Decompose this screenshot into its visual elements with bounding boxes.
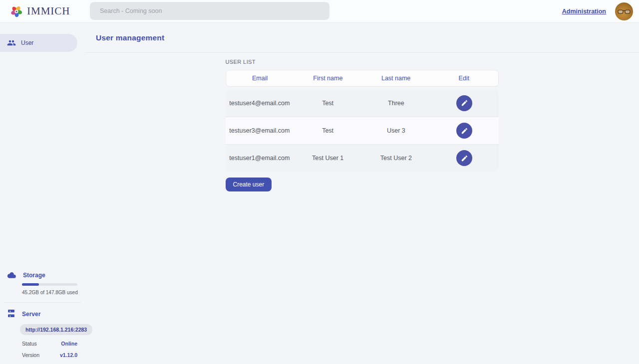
cloud-icon xyxy=(7,270,16,280)
edit-user-button[interactable] xyxy=(456,95,472,111)
page-title: User management xyxy=(96,33,164,42)
table-row: testuser4@email.com Test Three xyxy=(226,89,499,117)
cell-first-name: Test xyxy=(294,100,362,107)
storage-progress-bar xyxy=(22,283,77,286)
server-section-header: Server xyxy=(0,310,85,318)
user-table-header: Email First name Last name Edit xyxy=(226,70,499,87)
cell-last-name: Test User 2 xyxy=(362,155,430,162)
immich-logo[interactable]: IMMICH xyxy=(0,5,70,18)
sidebar-item-user[interactable]: User xyxy=(0,34,77,52)
column-header-edit: Edit xyxy=(430,75,498,82)
status-value: Online xyxy=(61,341,77,347)
storage-title: Storage xyxy=(23,272,45,279)
pencil-icon xyxy=(461,127,468,135)
storage-usage-text: 45.2GB of 147.8GB used xyxy=(22,290,85,295)
sidebar-item-label: User xyxy=(21,39,33,46)
version-value: v1.12.0 xyxy=(60,352,77,358)
column-header-first-name: First name xyxy=(294,75,362,82)
page-title-bar: User management xyxy=(85,23,639,53)
search-bar[interactable] xyxy=(90,2,329,20)
storage-section-header: Storage xyxy=(0,270,85,280)
cell-first-name: Test xyxy=(294,127,362,134)
edit-user-button[interactable] xyxy=(456,150,472,166)
cell-last-name: Three xyxy=(362,100,430,107)
table-row: testuser1@email.com Test User 1 Test Use… xyxy=(226,144,499,172)
server-icon xyxy=(7,310,15,318)
cell-email: testuser4@email.com xyxy=(226,100,294,107)
pencil-icon xyxy=(461,99,468,107)
cell-first-name: Test User 1 xyxy=(294,155,362,162)
user-table: testuser4@email.com Test Three testuser3… xyxy=(226,89,499,172)
logo-wordmark: IMMICH xyxy=(27,5,70,17)
column-header-email: Email xyxy=(226,75,294,82)
edit-user-button[interactable] xyxy=(456,123,472,139)
cell-email: testuser3@email.com xyxy=(226,127,294,134)
cell-email: testuser1@email.com xyxy=(226,155,294,162)
table-row: testuser3@email.com Test User 3 xyxy=(226,117,499,144)
sidebar: User Storage 45.2GB of 147.8GB used xyxy=(0,23,85,364)
pencil-icon xyxy=(461,155,468,162)
user-list-label: USER LIST xyxy=(226,59,499,65)
cell-last-name: User 3 xyxy=(362,127,430,134)
storage-progress-fill xyxy=(22,283,39,286)
search-input[interactable] xyxy=(90,7,329,14)
server-title: Server xyxy=(22,311,40,318)
server-version-row: Version v1.12.0 xyxy=(22,352,77,358)
glasses-image xyxy=(618,8,631,14)
status-label: Status xyxy=(22,341,37,347)
server-status-row: Status Online xyxy=(22,341,77,347)
top-bar: IMMICH Administration xyxy=(0,0,639,23)
create-user-button[interactable]: Create user xyxy=(226,178,272,191)
user-avatar[interactable] xyxy=(615,2,633,20)
column-header-last-name: Last name xyxy=(362,75,430,82)
version-label: Version xyxy=(22,352,39,358)
users-icon xyxy=(7,38,16,47)
sidebar-divider xyxy=(4,302,81,303)
immich-flower-icon xyxy=(10,5,23,18)
administration-link[interactable]: Administration xyxy=(562,8,606,15)
server-url-chip: http://192.168.1.216:2283 xyxy=(20,324,92,335)
main-content: User management USER LIST Email First na… xyxy=(85,23,639,364)
